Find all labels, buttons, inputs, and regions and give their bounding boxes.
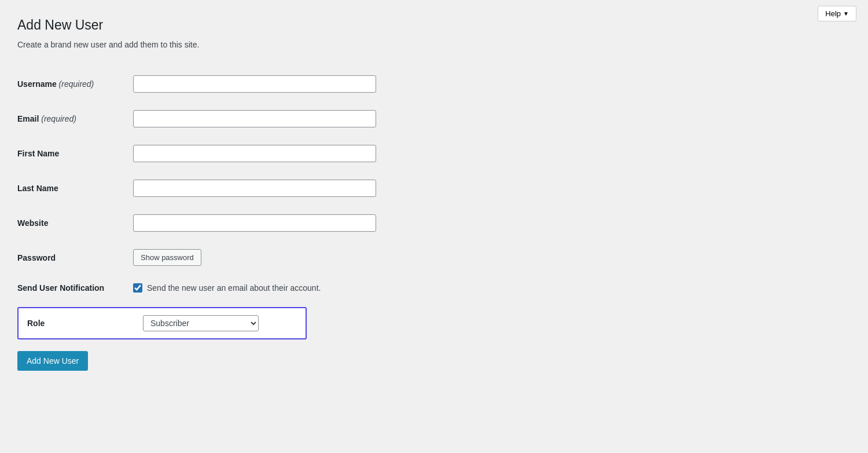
password-label: Password bbox=[17, 253, 56, 262]
role-label: Role bbox=[27, 319, 143, 328]
website-label: Website bbox=[17, 218, 48, 228]
email-label: Email (required) bbox=[17, 114, 76, 123]
firstname-row: First Name bbox=[17, 136, 503, 171]
notification-label: Send User Notification bbox=[17, 283, 104, 293]
username-label: Username (required) bbox=[17, 79, 94, 89]
password-row: Password Show password bbox=[17, 240, 503, 275]
lastname-label: Last Name bbox=[17, 184, 58, 193]
role-select[interactable]: SubscriberContributorAuthorEditorAdminis… bbox=[143, 315, 259, 331]
page-description: Create a brand new user and add them to … bbox=[17, 40, 503, 49]
help-button[interactable]: Help ▼ bbox=[818, 6, 856, 21]
website-input[interactable] bbox=[133, 214, 376, 232]
notification-row: Send User Notification Send the new user… bbox=[17, 275, 503, 301]
show-password-button[interactable]: Show password bbox=[133, 249, 201, 266]
website-row: Website bbox=[17, 206, 503, 240]
notification-checkbox-text: Send the new user an email about their a… bbox=[147, 283, 321, 293]
email-row: Email (required) bbox=[17, 101, 503, 136]
lastname-input[interactable] bbox=[133, 180, 376, 197]
chevron-down-icon: ▼ bbox=[843, 10, 849, 17]
email-input[interactable] bbox=[133, 110, 376, 127]
help-label: Help bbox=[825, 9, 841, 18]
role-row: Role SubscriberContributorAuthorEditorAd… bbox=[17, 307, 307, 339]
add-new-user-button[interactable]: Add New User bbox=[17, 351, 88, 371]
username-row: Username (required) bbox=[17, 67, 503, 101]
notification-checkbox[interactable] bbox=[133, 283, 142, 293]
page-title: Add New User bbox=[17, 17, 503, 33]
add-user-form: Username (required) Email (required) bbox=[17, 67, 503, 301]
username-input[interactable] bbox=[133, 75, 376, 93]
firstname-label: First Name bbox=[17, 149, 59, 158]
firstname-input[interactable] bbox=[133, 145, 376, 162]
lastname-row: Last Name bbox=[17, 171, 503, 206]
